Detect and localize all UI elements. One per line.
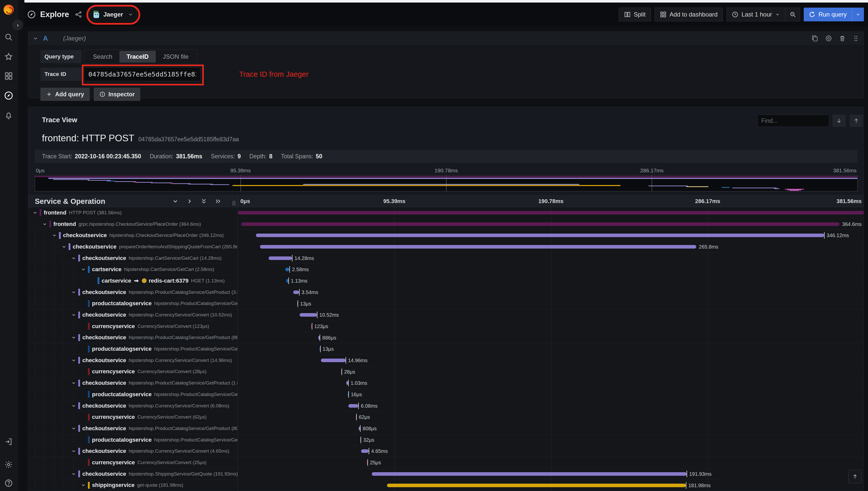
span-bar[interactable]	[256, 234, 824, 237]
disable-query-icon[interactable]	[825, 35, 832, 42]
collapse-all-icon[interactable]	[201, 198, 207, 205]
expand-all-icon[interactable]	[215, 198, 221, 205]
span-row[interactable]: productcatalogservicehipstershop.Product…	[28, 343, 864, 355]
tab-json-file[interactable]: JSON file	[156, 51, 196, 62]
chevron-down-icon[interactable]	[71, 471, 77, 477]
tab-traceid[interactable]: TraceID	[119, 51, 156, 62]
span-row[interactable]: frontendgrpc.hipstershop.CheckoutService…	[28, 219, 864, 230]
expand-one-icon[interactable]	[186, 198, 193, 205]
span-row-left[interactable]: frontendgrpc.hipstershop.CheckoutService…	[28, 219, 238, 230]
span-row-left[interactable]: checkoutservicehipstershop.CurrencyServi…	[28, 309, 238, 320]
span-row[interactable]: checkoutservicehipstershop.CurrencyServi…	[28, 400, 864, 412]
delete-query-icon[interactable]	[839, 35, 846, 42]
span-row[interactable]: checkoutservicehipstershop.ProductCatalo…	[28, 377, 864, 389]
span-row[interactable]: currencyserviceCurrencyService/Convert (…	[28, 321, 864, 332]
dashboards-icon[interactable]	[4, 71, 14, 81]
span-row-left[interactable]: currencyserviceCurrencyService/Convert (…	[28, 457, 238, 468]
sidebar-expand-button[interactable]: ›	[13, 20, 23, 30]
chevron-down-icon[interactable]	[71, 448, 77, 454]
inspector-button[interactable]: Inspector	[94, 88, 141, 101]
span-bar[interactable]	[372, 472, 687, 476]
span-bar[interactable]	[361, 449, 369, 453]
time-range-picker[interactable]: Last 1 hour	[726, 8, 785, 21]
span-row-left[interactable]: checkoutservicehipstershop.CheckoutServi…	[28, 230, 238, 241]
help-icon[interactable]	[4, 478, 14, 488]
span-row[interactable]: currencyserviceCurrencyService/Convert (…	[28, 366, 864, 378]
span-row-left[interactable]: checkoutserviceprepareOrderItemsAndShipp…	[28, 241, 238, 252]
chevron-down-icon[interactable]	[81, 482, 86, 488]
span-row[interactable]: checkoutserviceprepareOrderItemsAndShipp…	[28, 241, 864, 253]
alerting-bell-icon[interactable]	[4, 110, 14, 120]
span-row-left[interactable]: checkoutservicehipstershop.ProductCatalo…	[28, 377, 238, 388]
add-to-dashboard-button[interactable]: Add to dashboard	[655, 8, 723, 21]
chevron-down-icon[interactable]	[71, 335, 77, 340]
span-bar[interactable]	[286, 268, 290, 271]
span-bar[interactable]	[348, 404, 358, 408]
span-row[interactable]: checkoutservicehipstershop.CurrencyServi…	[28, 445, 864, 457]
span-row-left[interactable]: currencyserviceCurrencyService/Convert (…	[28, 321, 238, 332]
span-row[interactable]: checkoutservicehipstershop.CurrencyServi…	[28, 355, 864, 366]
chevron-down-icon[interactable]	[71, 426, 77, 431]
span-row-left[interactable]: productcatalogservicehipstershop.Product…	[28, 389, 238, 400]
find-input[interactable]	[757, 115, 829, 127]
span-row-left[interactable]: checkoutservicehipstershop.ProductCatalo…	[28, 332, 238, 343]
span-row[interactable]: checkoutservicehipstershop.ShippingServi…	[28, 468, 864, 480]
span-row[interactable]: frontendHTTP POST (381.56ms)	[28, 207, 864, 219]
drag-handle-icon[interactable]	[852, 35, 859, 42]
chevron-down-icon[interactable]	[33, 36, 38, 41]
collapse-one-icon[interactable]	[172, 198, 179, 205]
span-bar[interactable]	[287, 279, 288, 283]
column-resize-grip[interactable]: ||	[233, 200, 236, 206]
span-row[interactable]: shippingserviceget-quote (181.98ms)181.9…	[28, 480, 864, 491]
span-row[interactable]: productcatalogservicehipstershop.Product…	[28, 434, 864, 446]
span-row-left[interactable]: shippingserviceget-quote (181.98ms)	[28, 480, 238, 491]
trace-id-input[interactable]	[84, 67, 201, 81]
explore-compass-icon[interactable]	[4, 90, 14, 100]
span-row[interactable]: currencyserviceCurrencyService/Convert (…	[28, 411, 864, 423]
span-bar[interactable]	[300, 313, 317, 317]
run-query-button[interactable]: Run query	[804, 8, 864, 21]
span-bar[interactable]	[269, 256, 292, 260]
star-icon[interactable]	[4, 52, 14, 62]
chevron-down-icon[interactable]	[52, 233, 57, 238]
chevron-down-icon[interactable]	[61, 244, 67, 250]
span-row[interactable]: checkoutservicehipstershop.CurrencyServi…	[28, 309, 864, 321]
span-row[interactable]: checkoutservicehipstershop.ProductCatalo…	[28, 287, 864, 298]
chevron-down-icon[interactable]	[42, 221, 48, 227]
chevron-down-icon[interactable]	[71, 255, 77, 261]
span-row-left[interactable]: currencyserviceCurrencyService/Convert (…	[28, 366, 238, 377]
span-row[interactable]: checkoutservicehipstershop.ProductCatalo…	[28, 423, 864, 434]
span-row[interactable]: currencyserviceCurrencyService/Convert (…	[28, 457, 864, 468]
span-row[interactable]: productcatalogservicehipstershop.Product…	[28, 389, 864, 400]
span-bar[interactable]	[260, 245, 696, 249]
copy-query-icon[interactable]	[811, 35, 818, 42]
grafana-logo[interactable]	[4, 5, 14, 15]
find-next-button[interactable]	[832, 115, 846, 127]
span-row-left[interactable]: checkoutservicehipstershop.CurrencyServi…	[28, 400, 238, 411]
chevron-down-icon[interactable]	[71, 289, 77, 295]
sign-in-icon[interactable]	[4, 437, 14, 447]
span-row-left[interactable]: productcatalogservicehipstershop.Product…	[28, 298, 238, 309]
run-query-dropdown[interactable]	[852, 8, 864, 21]
span-row-left[interactable]: checkoutservicehipstershop.ShippingServi…	[28, 468, 238, 480]
span-bar[interactable]	[346, 381, 348, 385]
add-query-button[interactable]: Add query	[40, 88, 90, 101]
span-row[interactable]: checkoutservicehipstershop.CheckoutServi…	[28, 230, 864, 241]
chevron-down-icon[interactable]	[71, 357, 77, 363]
query-row-header[interactable]: A (Jaeger)	[28, 32, 864, 45]
span-row[interactable]: productcatalogservicehipstershop.Product…	[28, 298, 864, 310]
chevron-down-icon[interactable]	[71, 380, 77, 386]
span-row-left[interactable]: checkoutservicehipstershop.CurrencyServi…	[28, 355, 238, 366]
split-button[interactable]: Split	[619, 8, 651, 21]
span-row[interactable]: cartservicehipstershop.CartService/GetCa…	[28, 264, 864, 275]
span-row-left[interactable]: currencyserviceCurrencyService/Convert (…	[28, 411, 238, 423]
span-row[interactable]: checkoutservicehipstershop.ProductCatalo…	[28, 332, 864, 344]
span-row[interactable]: cartserviceredis-cart:6379HGET (1.13ms)1…	[28, 275, 864, 287]
settings-gear-icon[interactable]	[4, 460, 14, 470]
span-row-left[interactable]: checkoutservicehipstershop.ProductCatalo…	[28, 287, 238, 298]
chevron-down-icon[interactable]	[71, 403, 77, 409]
span-row-left[interactable]: checkoutservicehipstershop.ProductCatalo…	[28, 423, 238, 434]
share-icon[interactable]	[75, 11, 82, 18]
span-row-left[interactable]: productcatalogservicehipstershop.Product…	[28, 434, 238, 445]
chevron-down-icon[interactable]	[81, 267, 86, 272]
